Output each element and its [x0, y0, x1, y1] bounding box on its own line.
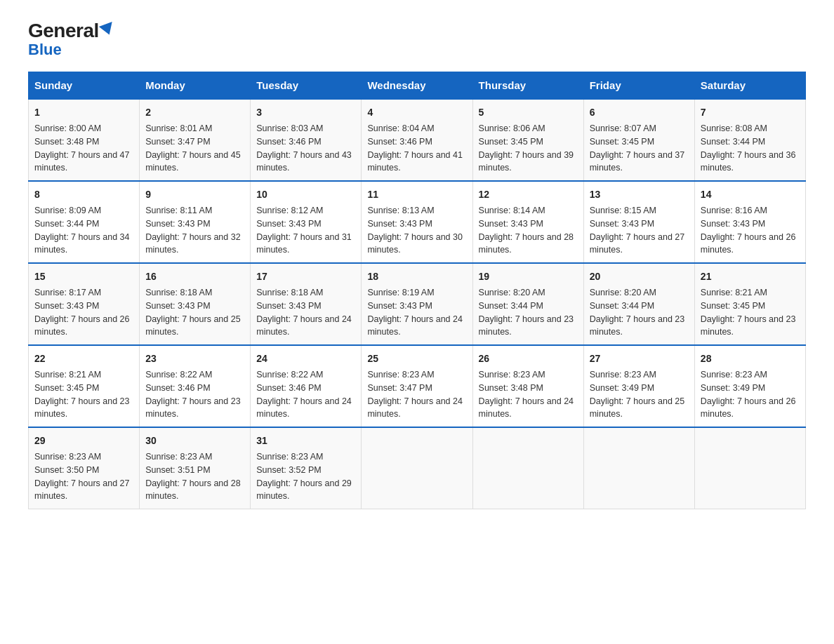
day-number: 4: [367, 105, 466, 120]
day-info: Sunrise: 8:23 AMSunset: 3:52 PMDaylight:…: [256, 452, 352, 501]
calendar-cell: [694, 427, 805, 509]
day-info: Sunrise: 8:14 AMSunset: 3:43 PMDaylight:…: [479, 206, 574, 255]
day-number: 14: [701, 187, 800, 202]
day-number: 11: [367, 187, 466, 202]
day-info: Sunrise: 8:17 AMSunset: 3:43 PMDaylight:…: [34, 288, 130, 337]
calendar-cell: 9Sunrise: 8:11 AMSunset: 3:43 PMDaylight…: [140, 181, 251, 263]
calendar-cell: 12Sunrise: 8:14 AMSunset: 3:43 PMDayligh…: [472, 181, 583, 263]
day-number: 12: [479, 187, 578, 202]
day-number: 25: [367, 351, 466, 366]
calendar-header-sunday: Sunday: [29, 72, 140, 100]
day-number: 8: [34, 187, 133, 202]
day-number: 31: [256, 434, 355, 448]
day-info: Sunrise: 8:20 AMSunset: 3:44 PMDaylight:…: [479, 288, 574, 337]
day-number: 3: [256, 105, 355, 120]
day-info: Sunrise: 8:06 AMSunset: 3:45 PMDaylight:…: [479, 123, 574, 173]
calendar-header-monday: Monday: [140, 72, 251, 100]
calendar-cell: 6Sunrise: 8:07 AMSunset: 3:45 PMDaylight…: [583, 99, 694, 181]
day-number: 22: [34, 351, 133, 366]
calendar-cell: 30Sunrise: 8:23 AMSunset: 3:51 PMDayligh…: [140, 427, 251, 509]
calendar-cell: 29Sunrise: 8:23 AMSunset: 3:50 PMDayligh…: [29, 427, 140, 509]
calendar-week-row: 22Sunrise: 8:21 AMSunset: 3:45 PMDayligh…: [29, 345, 806, 427]
calendar-cell: 1Sunrise: 8:00 AMSunset: 3:48 PMDaylight…: [29, 99, 140, 181]
day-info: Sunrise: 8:20 AMSunset: 3:44 PMDaylight:…: [590, 288, 685, 337]
day-info: Sunrise: 8:09 AMSunset: 3:44 PMDaylight:…: [34, 206, 130, 255]
calendar-week-row: 8Sunrise: 8:09 AMSunset: 3:44 PMDaylight…: [29, 181, 806, 263]
calendar-cell: 21Sunrise: 8:21 AMSunset: 3:45 PMDayligh…: [694, 263, 805, 345]
day-number: 7: [701, 105, 800, 120]
calendar-cell: 4Sunrise: 8:04 AMSunset: 3:46 PMDaylight…: [362, 99, 472, 181]
calendar-cell: 18Sunrise: 8:19 AMSunset: 3:43 PMDayligh…: [362, 263, 472, 345]
calendar-week-row: 29Sunrise: 8:23 AMSunset: 3:50 PMDayligh…: [29, 427, 806, 509]
calendar-header-thursday: Thursday: [472, 72, 583, 100]
day-number: 18: [367, 269, 466, 284]
calendar-header-friday: Friday: [583, 72, 694, 100]
logo-triangle-icon: [99, 22, 116, 37]
day-number: 23: [145, 351, 244, 366]
calendar-cell: 17Sunrise: 8:18 AMSunset: 3:43 PMDayligh…: [251, 263, 362, 345]
calendar-header-row: SundayMondayTuesdayWednesdayThursdayFrid…: [29, 72, 806, 100]
day-number: 26: [479, 351, 578, 366]
day-number: 28: [701, 351, 800, 366]
day-info: Sunrise: 8:23 AMSunset: 3:48 PMDaylight:…: [479, 370, 574, 419]
calendar-cell: 2Sunrise: 8:01 AMSunset: 3:47 PMDaylight…: [140, 99, 251, 181]
day-info: Sunrise: 8:11 AMSunset: 3:43 PMDaylight:…: [145, 206, 241, 255]
page-header: General Blue: [28, 21, 806, 58]
day-info: Sunrise: 8:22 AMSunset: 3:46 PMDaylight:…: [256, 370, 352, 419]
calendar-cell: 20Sunrise: 8:20 AMSunset: 3:44 PMDayligh…: [583, 263, 694, 345]
calendar-cell: 3Sunrise: 8:03 AMSunset: 3:46 PMDaylight…: [251, 99, 362, 181]
day-info: Sunrise: 8:19 AMSunset: 3:43 PMDaylight:…: [367, 288, 463, 337]
day-info: Sunrise: 8:01 AMSunset: 3:47 PMDaylight:…: [145, 123, 241, 173]
day-info: Sunrise: 8:08 AMSunset: 3:44 PMDaylight:…: [701, 123, 796, 173]
day-number: 1: [34, 105, 133, 120]
calendar-cell: 7Sunrise: 8:08 AMSunset: 3:44 PMDaylight…: [694, 99, 805, 181]
day-number: 27: [590, 351, 689, 366]
calendar-cell: 13Sunrise: 8:15 AMSunset: 3:43 PMDayligh…: [583, 181, 694, 263]
day-info: Sunrise: 8:23 AMSunset: 3:49 PMDaylight:…: [590, 370, 685, 419]
day-info: Sunrise: 8:21 AMSunset: 3:45 PMDaylight:…: [34, 370, 130, 419]
day-number: 19: [479, 269, 578, 284]
calendar-cell: 23Sunrise: 8:22 AMSunset: 3:46 PMDayligh…: [140, 345, 251, 427]
calendar-cell: 5Sunrise: 8:06 AMSunset: 3:45 PMDaylight…: [472, 99, 583, 181]
calendar-cell: 16Sunrise: 8:18 AMSunset: 3:43 PMDayligh…: [140, 263, 251, 345]
day-number: 13: [590, 187, 689, 202]
calendar-header-tuesday: Tuesday: [251, 72, 362, 100]
calendar-cell: 24Sunrise: 8:22 AMSunset: 3:46 PMDayligh…: [251, 345, 362, 427]
day-number: 24: [256, 351, 355, 366]
day-info: Sunrise: 8:21 AMSunset: 3:45 PMDaylight:…: [701, 288, 796, 337]
calendar-cell: 25Sunrise: 8:23 AMSunset: 3:47 PMDayligh…: [362, 345, 472, 427]
day-info: Sunrise: 8:12 AMSunset: 3:43 PMDaylight:…: [256, 206, 352, 255]
calendar-cell: 28Sunrise: 8:23 AMSunset: 3:49 PMDayligh…: [694, 345, 805, 427]
calendar-cell: [362, 427, 472, 509]
day-number: 16: [145, 269, 244, 284]
logo-general: General: [28, 21, 114, 41]
logo-blue: Blue: [28, 42, 62, 58]
calendar-cell: 26Sunrise: 8:23 AMSunset: 3:48 PMDayligh…: [472, 345, 583, 427]
day-info: Sunrise: 8:22 AMSunset: 3:46 PMDaylight:…: [145, 370, 241, 419]
calendar-table: SundayMondayTuesdayWednesdayThursdayFrid…: [28, 72, 806, 509]
logo: General Blue: [28, 21, 114, 58]
calendar-cell: [583, 427, 694, 509]
day-info: Sunrise: 8:23 AMSunset: 3:51 PMDaylight:…: [145, 452, 241, 501]
day-number: 15: [34, 269, 133, 284]
day-number: 6: [590, 105, 689, 120]
calendar-cell: 8Sunrise: 8:09 AMSunset: 3:44 PMDaylight…: [29, 181, 140, 263]
day-number: 20: [590, 269, 689, 284]
day-number: 21: [701, 269, 800, 284]
day-info: Sunrise: 8:23 AMSunset: 3:50 PMDaylight:…: [34, 452, 130, 501]
calendar-cell: [472, 427, 583, 509]
day-info: Sunrise: 8:00 AMSunset: 3:48 PMDaylight:…: [34, 123, 130, 173]
day-info: Sunrise: 8:16 AMSunset: 3:43 PMDaylight:…: [701, 206, 796, 255]
calendar-header-wednesday: Wednesday: [362, 72, 472, 100]
day-number: 30: [145, 434, 244, 448]
calendar-cell: 15Sunrise: 8:17 AMSunset: 3:43 PMDayligh…: [29, 263, 140, 345]
day-info: Sunrise: 8:04 AMSunset: 3:46 PMDaylight:…: [367, 123, 463, 173]
day-number: 9: [145, 187, 244, 202]
calendar-cell: 10Sunrise: 8:12 AMSunset: 3:43 PMDayligh…: [251, 181, 362, 263]
day-info: Sunrise: 8:15 AMSunset: 3:43 PMDaylight:…: [590, 206, 685, 255]
day-info: Sunrise: 8:18 AMSunset: 3:43 PMDaylight:…: [145, 288, 241, 337]
day-number: 2: [145, 105, 244, 120]
day-number: 29: [34, 434, 133, 448]
calendar-week-row: 15Sunrise: 8:17 AMSunset: 3:43 PMDayligh…: [29, 263, 806, 345]
day-info: Sunrise: 8:18 AMSunset: 3:43 PMDaylight:…: [256, 288, 352, 337]
